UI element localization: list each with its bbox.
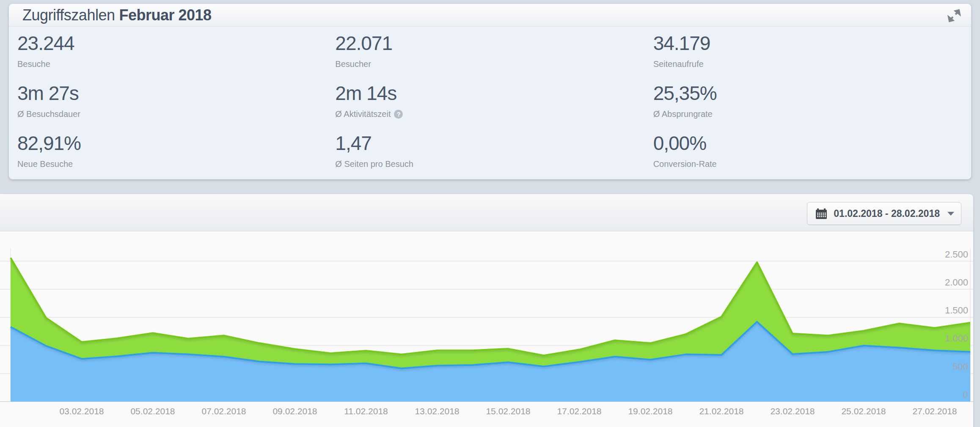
stats-column-3: 34.179Seitenaufrufe25,35%Ø Absprungrate0…	[653, 33, 971, 180]
stat-label-text: Besucher	[335, 59, 371, 69]
chart-panel: 01.02.2018 - 28.02.2018 05001.0001.5002.…	[0, 194, 973, 427]
traffic-chart-svg: 05001.0001.5002.0002.50003.02.201805.02.…	[0, 231, 973, 427]
stat-value: 82,91%	[17, 133, 335, 153]
svg-text:07.02.2018: 07.02.2018	[201, 406, 246, 416]
stat-value: 22.071	[335, 33, 653, 53]
svg-text:1.500: 1.500	[945, 305, 968, 316]
stat-value: 23.244	[17, 33, 335, 53]
chevron-down-icon	[947, 212, 954, 216]
stat-block: 2m 14sØ Aktivitätszeit?	[335, 83, 653, 119]
chart-toolbar: 01.02.2018 - 28.02.2018	[0, 194, 973, 231]
stat-label-text: Ø Besuchsdauer	[17, 109, 80, 119]
svg-text:25.02.2018: 25.02.2018	[841, 406, 886, 416]
stat-block: 0,00%Conversion-Rate	[653, 133, 971, 169]
svg-text:2.000: 2.000	[945, 277, 968, 288]
stat-label: Ø Seiten pro Besuch	[335, 159, 653, 169]
panel-title-period: Februar 2018	[119, 6, 211, 24]
stat-label: Ø Absprungrate	[653, 109, 971, 119]
help-icon[interactable]: ?	[394, 110, 403, 119]
svg-text:21.02.2018: 21.02.2018	[699, 406, 743, 416]
stats-panel-header: ZugriffszahlenFebruar 2018	[9, 4, 971, 27]
stat-block: 25,35%Ø Absprungrate	[653, 83, 971, 119]
svg-text:13.02.2018: 13.02.2018	[415, 406, 459, 416]
stat-label-text: Ø Absprungrate	[653, 109, 713, 119]
date-range-picker[interactable]: 01.02.2018 - 28.02.2018	[807, 202, 961, 225]
stat-label: Ø Aktivitätszeit?	[335, 109, 653, 119]
stat-value: 1,47	[335, 133, 653, 153]
svg-text:03.02.2018: 03.02.2018	[59, 406, 104, 416]
stat-block: 82,91%Neue Besuche	[17, 133, 335, 169]
svg-text:27.02.2018: 27.02.2018	[912, 406, 957, 416]
chart-generated: 05001.0001.5002.0002.50003.02.201805.02.…	[0, 248, 973, 416]
stat-block: 22.071Besucher	[335, 33, 653, 69]
stats-column-2: 22.071Besucher2m 14sØ Aktivitätszeit?1,4…	[335, 33, 653, 180]
stat-value: 25,35%	[653, 83, 971, 103]
svg-text:500: 500	[952, 361, 968, 372]
stat-label-text: Besuche	[17, 59, 50, 69]
stats-grid: 23.244Besuche3m 27sØ Besuchsdauer82,91%N…	[9, 27, 971, 180]
date-range-label: 01.02.2018 - 28.02.2018	[834, 208, 940, 219]
stat-label-text: Ø Aktivitätszeit	[335, 109, 391, 119]
stat-block: 34.179Seitenaufrufe	[653, 33, 971, 69]
calendar-icon	[815, 207, 828, 220]
stat-label-text: Ø Seiten pro Besuch	[335, 159, 413, 169]
stat-label-text: Conversion-Rate	[653, 159, 717, 169]
stats-panel: ZugriffszahlenFebruar 2018 23.244Besuche…	[8, 3, 972, 180]
stat-label: Neue Besuche	[17, 159, 335, 169]
svg-text:17.02.2018: 17.02.2018	[557, 406, 601, 416]
stat-label-text: Seitenaufrufe	[653, 59, 704, 69]
svg-text:0: 0	[963, 389, 968, 400]
svg-text:23.02.2018: 23.02.2018	[770, 406, 815, 416]
stat-label: Seitenaufrufe	[653, 59, 971, 69]
stat-label: Besucher	[335, 59, 653, 69]
stat-label: Conversion-Rate	[653, 159, 971, 169]
stat-block: 3m 27sØ Besuchsdauer	[17, 83, 335, 119]
stats-column-1: 23.244Besuche3m 27sØ Besuchsdauer82,91%N…	[17, 33, 335, 180]
stat-value: 0,00%	[653, 133, 971, 153]
stat-value: 2m 14s	[335, 83, 653, 103]
stat-value: 3m 27s	[17, 83, 335, 103]
svg-text:19.02.2018: 19.02.2018	[628, 406, 672, 416]
expand-panel-button[interactable]	[947, 8, 962, 23]
stat-block: 1,47Ø Seiten pro Besuch	[335, 133, 653, 169]
stat-block: 23.244Besuche	[17, 33, 335, 69]
stat-label-text: Neue Besuche	[17, 159, 73, 169]
expand-diagonal-icon	[947, 8, 961, 23]
svg-text:05.02.2018: 05.02.2018	[130, 406, 175, 416]
analytics-dashboard: { "stats_panel": { "title_regular": "Zug…	[0, 0, 980, 427]
svg-text:1.000: 1.000	[945, 333, 968, 344]
stat-label: Besuche	[17, 59, 335, 69]
svg-text:09.02.2018: 09.02.2018	[273, 406, 317, 416]
stat-label: Ø Besuchsdauer	[17, 109, 335, 119]
traffic-chart: 05001.0001.5002.0002.50003.02.201805.02.…	[0, 231, 973, 427]
stat-value: 34.179	[653, 33, 971, 53]
svg-text:15.02.2018: 15.02.2018	[486, 406, 530, 416]
panel-title: Zugriffszahlen	[22, 6, 115, 24]
svg-text:11.02.2018: 11.02.2018	[344, 406, 388, 416]
svg-text:2.500: 2.500	[945, 249, 968, 260]
